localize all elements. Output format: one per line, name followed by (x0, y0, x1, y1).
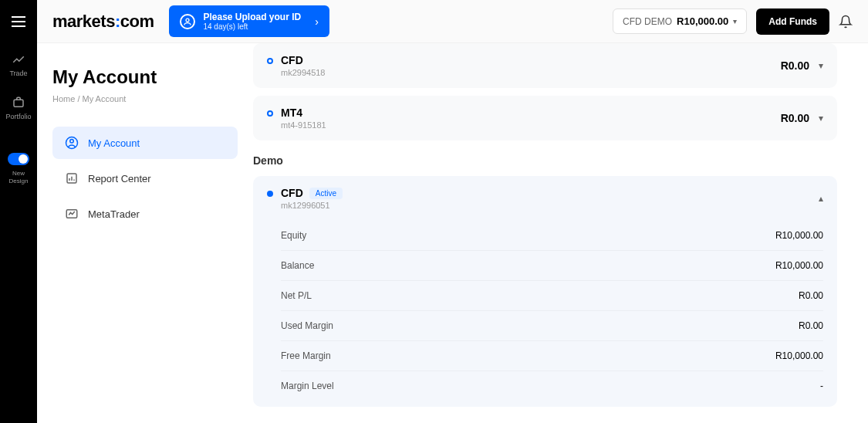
detail-value: R0.00 (799, 290, 823, 301)
demo-section-title: Demo (253, 154, 837, 167)
nav-item-my-account[interactable]: My Account (52, 127, 238, 159)
chevron-down-icon: ▾ (733, 17, 737, 25)
detail-value: - (820, 381, 823, 391)
upload-id-banner[interactable]: Please Upload your ID 14 day(s) left › (169, 5, 329, 37)
account-amount: R0.00 (781, 112, 809, 124)
logo-suffix: com (120, 12, 154, 31)
status-dot-active (267, 191, 273, 197)
new-design-toggle-section: New Design (8, 153, 29, 184)
detail-label: Equity (281, 230, 306, 241)
account-type-text: CFD (281, 187, 303, 199)
page-sidebar: My Account Home / My Account My Account … (37, 43, 253, 423)
account-card-cfd[interactable]: CFD mk2994518 R0.00 ▾ (253, 43, 837, 88)
header-right: CFD DEMO R10,000.00 ▾ Add Funds (613, 8, 853, 35)
toggle-label: New Design (9, 170, 29, 184)
status-dot (267, 58, 273, 64)
account-selector-balance: R10,000.00 (677, 15, 728, 27)
detail-label: Balance (281, 260, 314, 271)
report-icon (65, 171, 79, 185)
sidebar: Trade Portfolio New Design (0, 0, 37, 423)
sidebar-label-trade: Trade (9, 69, 27, 77)
new-design-toggle[interactable] (8, 153, 29, 165)
account-type: MT4 (281, 107, 326, 119)
user-circle-icon (65, 136, 79, 150)
account-type: CFD Active (281, 187, 343, 199)
logo-text: markets (52, 12, 115, 31)
detail-value: R10,000.00 (775, 230, 823, 241)
detail-label: Net P/L (281, 290, 312, 301)
account-id: mt4-915181 (281, 120, 326, 130)
chevron-up-icon: ▴ (819, 193, 823, 204)
chevron-down-icon: ▾ (819, 60, 823, 71)
detail-value: R10,000.00 (775, 260, 823, 271)
upload-text: Please Upload your ID 14 day(s) left (203, 12, 301, 31)
bell-icon[interactable] (839, 15, 853, 29)
svg-point-1 (186, 19, 189, 22)
account-amount: R0.00 (781, 59, 809, 72)
nav-menu: My Account Report Center MetaTrader (52, 127, 238, 230)
account-id: mk12996051 (281, 201, 343, 210)
metatrader-icon (65, 207, 79, 221)
detail-label: Free Margin (281, 350, 331, 361)
demo-card-header[interactable]: CFD Active mk12996051 ▴ (253, 176, 837, 221)
nav-label: MetaTrader (88, 208, 140, 220)
nav-item-report-center[interactable]: Report Center (52, 162, 238, 195)
main-content: My Account Home / My Account My Account … (37, 43, 868, 423)
detail-row-netpl: Net P/L R0.00 (281, 280, 823, 310)
svg-rect-0 (14, 100, 23, 107)
add-funds-button[interactable]: Add Funds (756, 8, 829, 35)
detail-row-used-margin: Used Margin R0.00 (281, 310, 823, 340)
detail-row-margin-level: Margin Level - (281, 371, 823, 401)
toggle-knob (19, 154, 28, 164)
chevron-down-icon: ▾ (819, 113, 823, 124)
footer-disclaimer: Safecap Investments Limited, CySEC regul… (253, 407, 837, 423)
upload-subtitle: 14 day(s) left (203, 22, 301, 31)
account-card-demo-expanded: CFD Active mk12996051 ▴ Equity R10,000.0… (253, 176, 837, 407)
hamburger-icon (12, 16, 25, 27)
detail-value: R0.00 (799, 320, 823, 331)
status-dot (267, 110, 273, 117)
logo-dot: : (115, 12, 120, 31)
account-id: mk2994518 (281, 68, 326, 77)
page-title: My Account (52, 66, 238, 88)
sidebar-item-trade[interactable]: Trade (0, 43, 37, 86)
account-details: Equity R10,000.00 Balance R10,000.00 Net… (253, 221, 837, 407)
detail-value: R10,000.00 (775, 350, 823, 361)
user-icon (180, 14, 195, 29)
account-selector-label: CFD DEMO (623, 16, 672, 27)
account-type: CFD (281, 54, 326, 66)
page-content: CFD mk2994518 R0.00 ▾ MT4 mt4-915181 R0.… (253, 43, 868, 423)
sidebar-item-portfolio[interactable]: Portfolio (0, 86, 37, 130)
detail-row-free-margin: Free Margin R10,000.00 (281, 340, 823, 371)
detail-label: Used Margin (281, 320, 333, 331)
active-badge: Active (309, 188, 343, 199)
nav-label: Report Center (88, 173, 151, 184)
nav-item-metatrader[interactable]: MetaTrader (52, 198, 238, 230)
detail-row-balance: Balance R10,000.00 (281, 250, 823, 280)
detail-label: Margin Level (281, 381, 334, 391)
portfolio-icon (12, 96, 25, 110)
logo[interactable]: markets:com (52, 12, 154, 32)
svg-point-3 (70, 140, 74, 144)
sidebar-label-portfolio: Portfolio (5, 113, 31, 120)
header: markets:com Please Upload your ID 14 day… (37, 0, 868, 43)
breadcrumb: Home / My Account (52, 94, 238, 103)
upload-title: Please Upload your ID (203, 12, 301, 22)
chevron-right-icon: › (315, 15, 319, 28)
hamburger-menu[interactable] (0, 0, 37, 43)
nav-label: My Account (88, 137, 140, 149)
trade-icon (12, 52, 25, 66)
account-selector[interactable]: CFD DEMO R10,000.00 ▾ (613, 8, 747, 34)
account-card-mt4[interactable]: MT4 mt4-915181 R0.00 ▾ (253, 96, 837, 140)
detail-row-equity: Equity R10,000.00 (281, 221, 823, 250)
